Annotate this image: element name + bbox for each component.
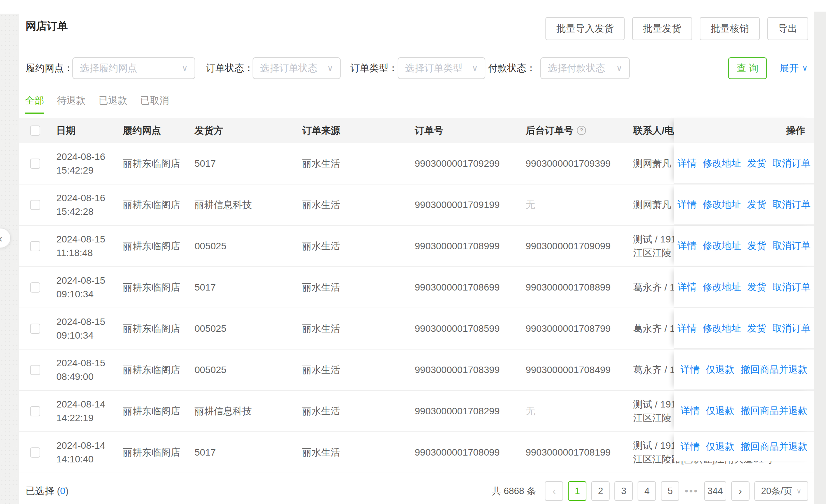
row-checkbox[interactable]	[30, 406, 40, 416]
action-link[interactable]: 取消订单	[772, 198, 811, 211]
row-checkbox[interactable]	[30, 447, 40, 458]
backend-order-number: 无	[526, 391, 535, 431]
page-button-3[interactable]: 3	[614, 481, 633, 501]
action-link[interactable]: 发货	[747, 157, 766, 170]
row-actions: 详情修改地址发货取消订单	[674, 226, 814, 266]
expand-label: 展开	[780, 62, 799, 75]
action-link[interactable]: 撤回商品并退款	[741, 440, 808, 453]
expand-filters-link[interactable]: 展开 ∨	[780, 57, 808, 79]
page-button-4[interactable]: 4	[638, 481, 656, 501]
fulfillment-outlet: 丽耕东临阁店	[123, 184, 180, 225]
shipper: 005025	[195, 308, 226, 349]
page-title: 网店订单	[26, 19, 68, 33]
action-link[interactable]: 修改地址	[703, 157, 741, 170]
pagination-total: 共 6868 条	[492, 485, 536, 497]
action-link[interactable]: 修改地址	[703, 239, 741, 252]
next-page-button[interactable]: ›	[731, 481, 750, 501]
filter-label-outlet: 履约网点：	[26, 57, 73, 79]
table-row: 2024-08-1511:18:48丽耕东临阁店005025丽水生活990300…	[19, 226, 814, 267]
right-scrollbar-gutter[interactable]	[814, 12, 826, 504]
batch-ship-button[interactable]: 批量发货	[632, 17, 692, 40]
table-footer: 已选择 (0) 共 6868 条 ‹12345•••344›20条/页∨	[26, 480, 808, 502]
contact-line: 测试 / 191	[633, 398, 676, 411]
order-date: 2024-08-1414:22:19	[56, 391, 105, 431]
date-line: 2024-08-15	[56, 356, 105, 370]
contact-line: 测试 / 191	[633, 233, 676, 246]
action-link[interactable]: 修改地址	[703, 281, 741, 294]
action-link[interactable]: 详情	[678, 281, 697, 294]
help-icon[interactable]: ?	[577, 126, 586, 135]
page-button-2[interactable]: 2	[591, 481, 610, 501]
row-checkbox[interactable]	[30, 282, 40, 293]
action-link[interactable]: 仅退款	[706, 440, 735, 453]
page-button-last[interactable]: 344	[704, 481, 726, 501]
time-line: 08:49:00	[56, 370, 105, 384]
action-link[interactable]: 发货	[747, 198, 766, 211]
row-checkbox[interactable]	[30, 159, 40, 169]
page-button-1[interactable]: 1	[568, 481, 586, 501]
action-link[interactable]: 发货	[747, 239, 766, 252]
tab-cancelled[interactable]: 已取消	[140, 94, 169, 114]
chevron-down-icon: ∨	[616, 63, 622, 73]
order-date: 2024-08-1414:10:40	[56, 432, 105, 473]
column-header-source: 订单来源	[302, 118, 340, 143]
action-link[interactable]: 取消订单	[772, 157, 811, 170]
tab-all[interactable]: 全部	[25, 94, 44, 114]
fulfillment-outlet: 丽耕东临阁店	[123, 308, 180, 349]
action-link[interactable]: 详情	[678, 322, 697, 335]
row-checkbox[interactable]	[30, 200, 40, 210]
order-type-select[interactable]: 选择订单类型 ∨	[398, 57, 485, 79]
tab-refunded[interactable]: 已退款	[99, 94, 127, 114]
date-line: 2024-08-16	[56, 150, 105, 164]
row-actions: 详情修改地址发货取消订单	[674, 308, 814, 349]
action-link[interactable]: 详情	[678, 157, 697, 170]
row-checkbox[interactable]	[30, 324, 40, 334]
date-line: 2024-08-15	[56, 233, 105, 246]
shipper: 005025	[195, 226, 226, 266]
pagination: 共 6868 条 ‹12345•••344›20条/页∨	[492, 481, 808, 501]
export-button[interactable]: 导出	[767, 17, 808, 40]
action-link[interactable]: 仅退款	[706, 363, 735, 376]
row-checkbox[interactable]	[30, 241, 40, 251]
action-link[interactable]: 撤回商品并退款	[741, 404, 808, 417]
payment-status-select[interactable]: 选择付款状态 ∨	[540, 57, 630, 79]
action-link[interactable]: 取消订单	[772, 322, 811, 335]
action-link[interactable]: 取消订单	[772, 281, 811, 294]
backend-order-number: 无	[526, 184, 535, 225]
action-link[interactable]: 详情	[681, 363, 700, 376]
order-source: 丽水生活	[302, 226, 340, 266]
search-button[interactable]: 查 询	[728, 57, 767, 79]
table-header: 日期 履约网点 发货方 订单来源 订单号 后台订单号 ? 联系人/电话 操作	[19, 118, 814, 143]
row-actions: 详情仅退款撤回商品并退款	[674, 391, 814, 431]
action-link[interactable]: 详情	[681, 440, 700, 453]
action-link[interactable]: 撤回商品并退款	[741, 363, 808, 376]
action-link[interactable]: 发货	[747, 322, 766, 335]
action-link[interactable]: 详情	[681, 404, 700, 417]
batch-import-ship-button[interactable]: 批量导入发货	[545, 17, 625, 40]
select-all-checkbox[interactable]	[30, 125, 40, 136]
action-link[interactable]: 取消订单	[772, 239, 811, 252]
order-status-select[interactable]: 选择订单状态 ∨	[253, 57, 341, 79]
action-link[interactable]: 修改地址	[703, 198, 741, 211]
action-link[interactable]: 详情	[678, 239, 697, 252]
table-row: 2024-08-1509:10:34丽耕东临阁店5017丽水生活99030000…	[19, 267, 814, 308]
paren: )	[66, 486, 69, 496]
action-link[interactable]: 发货	[747, 281, 766, 294]
batch-verify-button[interactable]: 批量核销	[700, 17, 760, 40]
page-size-select[interactable]: 20条/页∨	[754, 481, 808, 501]
content-card: 网店订单 批量导入发货 批量发货 批量核销 导出 履约网点： 选择履约网点 ∨ …	[19, 0, 814, 504]
action-link[interactable]: 详情	[678, 198, 697, 211]
row-checkbox[interactable]	[30, 365, 40, 375]
selected-count: 0	[60, 486, 66, 496]
action-link[interactable]: 修改地址	[703, 322, 741, 335]
outlet-select[interactable]: 选择履约网点 ∨	[72, 57, 195, 79]
page-button-5[interactable]: 5	[661, 481, 679, 501]
order-source: 丽水生活	[302, 267, 340, 308]
prev-page-button[interactable]: ‹	[545, 481, 563, 501]
contact: 测试 / 191江区江陵	[633, 226, 676, 266]
contact: 葛永齐 / 1	[633, 267, 675, 308]
chevron-right-icon: ›	[739, 486, 742, 496]
tab-pending-refund[interactable]: 待退款	[57, 94, 86, 114]
toolbar: 批量导入发货 批量发货 批量核销 导出	[545, 17, 808, 40]
action-link[interactable]: 仅退款	[706, 404, 735, 417]
